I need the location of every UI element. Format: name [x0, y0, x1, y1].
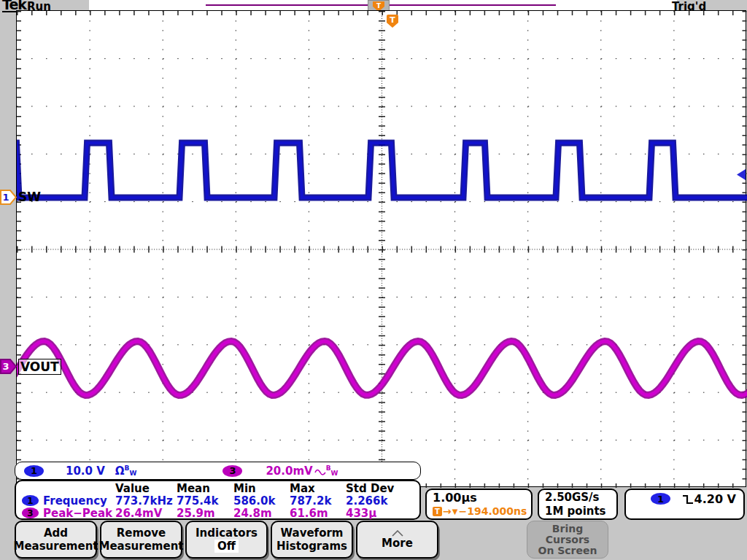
- trigger-readout: 1 4.20 V: [624, 489, 745, 520]
- measurement-panel: Value Mean Min Max Std Dev 1Frequency 77…: [15, 480, 421, 520]
- ac-coupling-icon: [314, 467, 326, 475]
- trigger-source-badge: 1: [651, 493, 670, 505]
- position-pointer-icon: ▼: [452, 508, 458, 516]
- ch3-badge[interactable]: 3: [222, 465, 242, 477]
- ch1-scale: 10.0 V: [66, 464, 105, 478]
- meas-ch3-min: 24.8m: [233, 507, 290, 520]
- trigger-level: 4.20 V: [694, 492, 736, 506]
- meas-header-value: Value: [115, 482, 177, 495]
- meas-ch1-value: 773.7kHz: [115, 494, 177, 508]
- ch3-vout-waveform: [17, 341, 747, 395]
- horizontal-readout: 1.00µs T→▼−194.000ns: [425, 489, 533, 520]
- impedance-icon: Ω: [115, 464, 125, 478]
- channel-scale-bar: 1 10.0 V Ω BW 3 20.0mV BW: [15, 462, 421, 480]
- bring-cursors-on-screen-button[interactable]: Bring Cursors On Screen: [527, 521, 608, 559]
- ch3-bandwidth-icon: BW: [326, 464, 338, 477]
- meas-ch3-value: 26.4mV: [115, 507, 177, 520]
- meas-ch1-max: 787.2k: [290, 494, 346, 508]
- waveform-display: [17, 11, 747, 488]
- ch3-scale: 20.0mV: [266, 464, 312, 478]
- svg-text:T: T: [376, 2, 382, 9]
- meas-ch1-mean: 775.4k: [177, 494, 233, 508]
- timebase-scale: 1.00µs: [433, 491, 531, 505]
- measurement-row-ch1-name[interactable]: 1Frequency: [22, 494, 115, 508]
- meas-header-mean: Mean: [177, 482, 233, 495]
- waveform-histograms-button[interactable]: WaveformHistograms: [271, 521, 353, 559]
- acquisition-readout: 2.50GS/s 1M points: [538, 489, 618, 520]
- meas-ch3-max: 61.6m: [290, 507, 346, 520]
- ch1-bandwidth-icon: BW: [125, 464, 137, 477]
- trigger-t-icon: T: [433, 507, 442, 516]
- ch3-waveform-label: VOUT: [18, 359, 61, 375]
- meas-ch3-stddev: 433µ: [346, 507, 419, 520]
- ch3-marker-icon[interactable]: 3: [0, 359, 17, 374]
- ch1-marker-icon[interactable]: 1: [0, 190, 17, 205]
- svg-text:3: 3: [2, 361, 9, 372]
- trigger-position-readout: T→▼−194.000ns: [433, 505, 531, 517]
- meas-header-stddev: Std Dev: [346, 482, 419, 495]
- svg-text:T: T: [390, 15, 395, 25]
- more-caret-icon: [391, 530, 404, 537]
- graticule-grid: [17, 11, 747, 488]
- oscilloscope-screen: { "header": { "logo": "Tek", "acq_status…: [0, 0, 747, 560]
- meas-header-max: Max: [290, 482, 346, 495]
- ch1-waveform-label: SW: [18, 190, 41, 204]
- svg-text:1: 1: [2, 192, 9, 203]
- meas-header-min: Min: [233, 482, 290, 495]
- trigger-flag-icon[interactable]: T: [385, 14, 400, 29]
- graticule-area: [16, 10, 746, 487]
- falling-edge-icon: [682, 494, 694, 505]
- ch1-badge[interactable]: 1: [24, 465, 44, 477]
- record-length: 1M points: [545, 505, 616, 518]
- meas-ch1-stddev: 2.266k: [346, 494, 419, 508]
- meas-ch1-min: 586.0k: [233, 494, 290, 508]
- more-button[interactable]: More: [356, 521, 438, 559]
- add-measurement-button[interactable]: AddMeasurement: [15, 521, 97, 559]
- meas-ch3-mean: 25.9m: [177, 507, 233, 520]
- measurement-row-ch3-name[interactable]: 3Peak−Peak: [22, 507, 115, 520]
- trigger-level-arrow-icon[interactable]: [736, 168, 746, 181]
- indicators-off-button[interactable]: IndicatorsOff: [185, 521, 268, 559]
- remove-measurement-button[interactable]: RemoveMeasurement: [100, 521, 182, 559]
- sample-rate: 2.50GS/s: [545, 491, 616, 505]
